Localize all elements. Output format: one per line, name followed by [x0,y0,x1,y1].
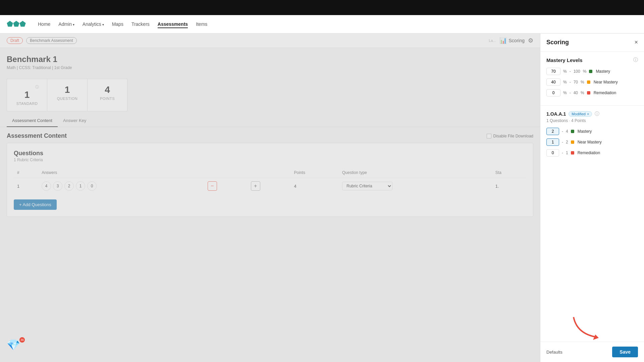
question-type-select[interactable]: Rubric Criteria [342,182,392,190]
close-scoring-button[interactable]: × [634,39,638,46]
std-label-near: Near Mastery [578,140,602,144]
nav-items[interactable]: Items [196,20,207,28]
standard-id: 1.OA.A.1 [546,111,566,117]
standard-header: 1.OA.A.1 Modified × ⓘ [546,111,638,117]
std-near-mastery-from[interactable] [546,138,559,146]
bottom-icon-container[interactable]: 36 💎 [7,339,23,355]
scoring-icon: 📊 [499,37,507,44]
row-type[interactable]: Rubric Criteria [339,178,492,194]
col-answers: Answers [38,168,204,178]
col-type: Question type [339,168,492,178]
disable-download[interactable]: Disable File Download [487,134,533,138]
minus-button[interactable]: − [208,181,217,191]
add-questions-label: + Add Questions [19,202,51,207]
questions-box: Questions 1 Rubric Criteria # Answers Po… [7,143,533,217]
tab-assessment-content[interactable]: Assessment Content [7,115,58,127]
row-standard: 1. [492,178,526,194]
arrow-annotation [567,314,610,345]
assessment-header: Benchmark 1 Math | CCSS: Traditional | 1… [0,48,540,73]
nav-assessments[interactable]: Assessments [158,20,188,28]
answer-bubbles: 4 3 2 1 0 [42,181,201,191]
questions-subtitle: 1 Rubric Criteria [14,158,526,162]
mastery-color-mastery [589,70,592,73]
mastery-label-mastery: Mastery [596,69,610,74]
add-questions-button[interactable]: + Add Questions [14,199,57,210]
mastery-color-rem [587,91,590,95]
std-rem-from[interactable] [546,149,559,157]
row-number: 1 [14,178,38,194]
disable-download-checkbox[interactable] [487,134,491,138]
row-minus[interactable]: − [204,178,248,194]
mastery-row-remediation: % - 40 % Remediation [546,89,638,97]
table-row: 1 4 3 2 1 0 − [14,178,526,194]
nav-home[interactable]: Home [38,20,50,28]
modified-badge[interactable]: Modified × [569,111,592,117]
defaults-link[interactable]: Defaults [546,350,562,355]
stat-standard: ⓘ 1 STANDARD [7,79,47,111]
scoring-panel-header: Scoring × [540,34,644,52]
scoring-panel: Scoring × Mastery Levels ⓘ % - 100 % Mas… [540,34,644,362]
modified-close[interactable]: × [587,112,589,116]
benchmark-badge[interactable]: Benchmark Assessment [26,37,77,44]
mastery-info-icon[interactable]: ⓘ [633,57,638,63]
row-points: 4 [291,178,339,194]
remediation-from-input[interactable] [546,89,560,97]
row-answers: 4 3 2 1 0 [38,178,204,194]
std-row-mastery: - 4 Mastery [546,128,638,135]
standard-section: 1.OA.A.1 Modified × ⓘ 1 Questions · 4 Po… [540,105,644,165]
std-label-mastery: Mastery [578,129,592,134]
panel-bottom: Defaults Save [540,342,644,362]
standard-sub: 1 Questions · 4 Points [546,118,638,123]
notification-badge: 36 [19,337,25,343]
mastery-section-title: Mastery Levels [546,57,583,63]
section-title-bar: Assessment Content Disable File Download [0,127,540,143]
scoring-button[interactable]: 📊 Scoring [499,37,525,44]
col-standard: Sta [492,168,526,178]
nav-admin[interactable]: Admin [58,20,74,28]
stat-points: 4 POINTS [87,79,127,111]
stat-question-label: QUESTION [55,97,79,101]
answer-bubble-0: 0 [87,181,97,191]
questions-table: # Answers Points Question type Sta 1 [14,168,526,194]
tabs: Assessment Content Answer Key [0,115,540,127]
standard-info-icon[interactable]: ⓘ [595,111,599,117]
mastery-color-near [587,80,590,84]
mastery-label-near: Near Mastery [594,80,618,84]
mastery-label-rem: Remediation [594,90,616,95]
toolbar-label: La... [489,39,496,43]
plus-button[interactable]: + [251,181,260,191]
tab-answer-key[interactable]: Answer Key [58,115,92,127]
mastery-from-input[interactable] [546,68,560,75]
nav-analytics[interactable]: Analytics [83,20,104,28]
modified-label: Modified [572,112,586,116]
toolbar: Draft Benchmark Assessment La... 📊 Scori… [0,34,540,48]
settings-icon[interactable]: ⚙ [528,37,533,44]
svg-marker-0 [593,335,599,340]
section-title: Assessment Content [7,132,67,139]
stat-question-value: 1 [55,84,79,95]
col-points: Points [291,168,339,178]
std-color-mastery [571,130,574,133]
nav-trackers[interactable]: Trackers [131,20,150,28]
std-mastery-from[interactable] [546,128,559,135]
top-bar [0,0,644,15]
main-content: Draft Benchmark Assessment La... 📊 Scori… [0,34,540,362]
row-plus[interactable]: + [248,178,291,194]
draft-badge[interactable]: Draft [7,37,23,44]
near-mastery-from-input[interactable] [546,78,560,86]
info-icon-standard[interactable]: ⓘ [35,84,39,89]
save-button[interactable]: Save [612,347,638,357]
logo[interactable]: ⬟⬟⬟ [7,20,28,28]
col-plus [248,168,291,178]
nav-items: Home Admin Analytics Maps Trackers Asses… [38,20,207,28]
mastery-row-near-mastery: % - 70 % Near Mastery [546,78,638,86]
scoring-panel-title: Scoring [546,39,569,46]
content-area: Draft Benchmark Assessment La... 📊 Scori… [0,34,644,362]
stat-standard-value: 1 [15,89,39,100]
nav-maps[interactable]: Maps [112,20,123,28]
std-label-rem: Remediation [578,150,600,155]
assessment-meta: Math | CCSS: Traditional | 1st Grade [7,65,533,70]
stats-row: ⓘ 1 STANDARD 1 QUESTION 4 POINTS [0,73,540,115]
answer-bubble-3: 3 [53,181,62,191]
stat-question: 1 QUESTION [47,79,87,111]
